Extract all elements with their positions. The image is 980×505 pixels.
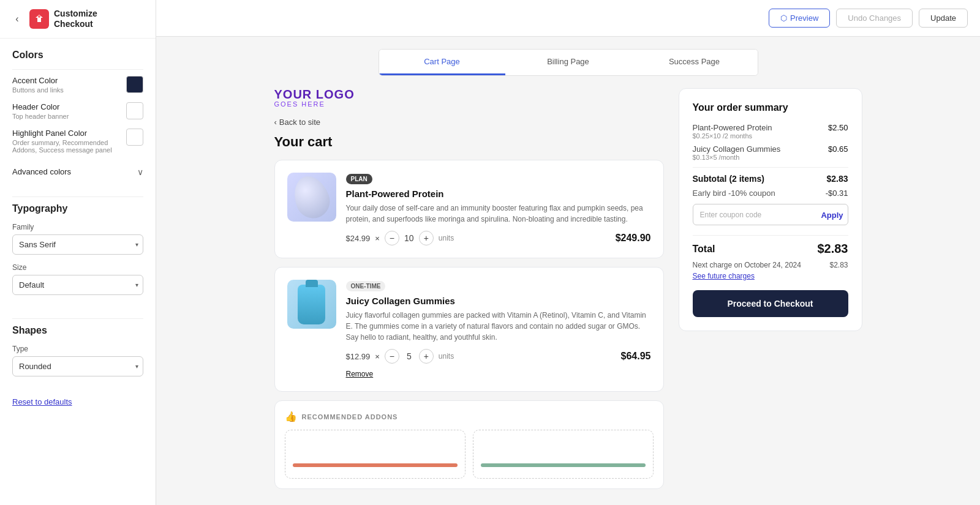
item1-quantity: 10 (403, 233, 415, 243)
item1-increase-btn[interactable]: + (419, 231, 434, 245)
item2-increase-btn[interactable]: + (419, 349, 434, 364)
thumbs-up-icon: 👍 (285, 411, 297, 422)
item1-unit-label: units (439, 234, 454, 242)
font-size-select[interactable]: DefaultSmallLarge (12, 275, 143, 295)
next-charge-row: Next charge on October 24, 2024 $2.83 (693, 261, 848, 269)
summary-item-1: Plant-Powered Protein $0.25×10 /2 months… (693, 123, 848, 140)
colors-title: Colors (12, 50, 143, 61)
sidebar-header: ‹ Customize Checkout (0, 0, 156, 39)
item2-badge: ONE-TIME (346, 281, 386, 291)
addon-item-2[interactable] (473, 430, 654, 479)
app-title: Customize Checkout (54, 9, 97, 29)
preview-button[interactable]: ⬡ Preview (769, 9, 830, 28)
back-to-site-link[interactable]: ‹ Back to site (274, 118, 664, 127)
addon1-color-bar (293, 463, 458, 467)
next-charge-amount: $2.83 (829, 261, 848, 269)
preview-area: Cart Page Billing Page Success Page YOUR… (156, 37, 980, 505)
svg-point-0 (38, 15, 40, 18)
shape-type-select[interactable]: RoundedSquarePill (12, 356, 143, 376)
summary-item1-sub: $0.25×10 /2 months (693, 132, 828, 140)
tab-success[interactable]: Success Page (631, 50, 758, 75)
accent-color-label-group: Accent Color Buttons and links (12, 76, 64, 94)
accent-color-swatch[interactable] (126, 76, 143, 93)
item2-name: Juicy Collagen Gummies (346, 296, 651, 306)
item1-decrease-btn[interactable]: − (385, 231, 399, 245)
summary-divider-2 (693, 235, 848, 236)
summary-item2-sub: $0.13×5 /month (693, 154, 828, 161)
accent-color-row: Accent Color Buttons and links (12, 76, 143, 94)
item1-image (287, 173, 336, 222)
addon-item-1[interactable] (285, 430, 466, 479)
summary-item2-amount: $0.65 (828, 144, 848, 154)
header-color-swatch[interactable] (126, 102, 143, 119)
undo-button[interactable]: Undo Changes (836, 9, 913, 28)
page-tabs: Cart Page Billing Page Success Page (379, 49, 758, 76)
advanced-colors-toggle[interactable]: Advanced colors ∨ (12, 162, 143, 182)
cart-item-1: PLAN Plant-Powered Protein Your daily do… (274, 160, 664, 258)
item1-badge: PLAN (346, 174, 372, 184)
divider (12, 318, 143, 319)
addon2-color-bar (481, 463, 646, 467)
checkout-main: YOUR LOGO GOES HERE ‹ Back to site Your … (274, 88, 664, 489)
item2-content: ONE-TIME Juicy Collagen Gummies Juicy fl… (346, 280, 651, 379)
bottle-visual (298, 285, 325, 324)
coupon-discount-row: Early bird -10% coupon -$0.31 (693, 189, 848, 198)
typography-section: Typography Family Sans SerifSerifMonospa… (0, 188, 156, 310)
summary-divider (693, 167, 848, 168)
type-select-wrapper: RoundedSquarePill ▾ (12, 356, 143, 376)
next-charge-label: Next charge on October 24, 2024 (693, 261, 801, 269)
back-button[interactable]: ‹ (10, 12, 24, 26)
cart-title: Your cart (274, 134, 664, 150)
highlight-color-row: Highlight Panel Color Order summary, Rec… (12, 129, 143, 154)
item2-unit-label: units (439, 352, 454, 361)
summary-item2-label: Juicy Collagen Gummies (693, 144, 828, 154)
item1-content: PLAN Plant-Powered Protein Your daily do… (346, 173, 651, 245)
apply-coupon-button[interactable]: Apply (821, 210, 843, 219)
sidebar: ‹ Customize Checkout Colors Accent Color… (0, 0, 156, 505)
typography-title: Typography (12, 203, 143, 214)
item2-decrease-btn[interactable]: − (385, 349, 399, 364)
type-label: Type (12, 345, 143, 353)
multiply-icon: × (375, 352, 380, 361)
app-logo-icon (29, 9, 49, 29)
coupon-label: Early bird -10% coupon (693, 189, 775, 198)
addons-label: RECOMMENDED ADDONS (302, 413, 398, 421)
item2-unit-price: $12.99 (346, 352, 371, 361)
divider (12, 69, 143, 70)
toolbar: ⬡ Preview Undo Changes Update (156, 0, 980, 37)
colors-section: Colors Accent Color Buttons and links He… (0, 39, 156, 188)
update-button[interactable]: Update (919, 9, 968, 28)
shapes-title: Shapes (12, 325, 143, 336)
item1-description: Your daily dose of self-care and an immu… (346, 203, 651, 225)
checkout-container: YOUR LOGO GOES HERE ‹ Back to site Your … (274, 88, 862, 489)
proceed-to-checkout-button[interactable]: Proceed to Checkout (693, 290, 848, 317)
see-future-charges-link[interactable]: See future charges (693, 272, 848, 280)
item2-description: Juicy flavorful collagen gummies are pac… (346, 310, 651, 343)
total-label: Total (693, 244, 715, 255)
subtotal-label: Subtotal (2 items) (693, 174, 764, 184)
summary-item1-amount: $2.50 (828, 123, 848, 132)
order-summary: Your order summary Plant-Powered Protein… (679, 88, 862, 331)
highlight-color-swatch[interactable] (126, 129, 143, 146)
shapes-section: Shapes Type RoundedSquarePill ▾ (0, 310, 156, 391)
item2-qty-controls: − 5 + (385, 349, 434, 364)
addons-grid (285, 430, 654, 479)
tab-cart[interactable]: Cart Page (379, 50, 505, 75)
tab-billing[interactable]: Billing Page (505, 50, 631, 75)
font-family-select[interactable]: Sans SerifSerifMonospace (12, 234, 143, 255)
highlight-color-label-group: Highlight Panel Color Order summary, Rec… (12, 129, 126, 154)
summary-item-2: Juicy Collagen Gummies $0.13×5 /month $0… (693, 144, 848, 161)
addons-section: 👍 RECOMMENDED ADDONS (274, 400, 664, 489)
coupon-placeholder-label: Enter coupon code (700, 211, 762, 219)
family-label: Family (12, 223, 143, 231)
reset-defaults-link[interactable]: Reset to defaults (12, 397, 143, 406)
total-amount: $2.83 (817, 242, 848, 256)
header-color-label-group: Header Color Top header banner (12, 102, 69, 120)
item2-remove-link[interactable]: Remove (346, 370, 374, 378)
chevron-left-icon: ‹ (274, 118, 277, 127)
total-row: Total $2.83 (693, 242, 848, 256)
size-select-wrapper: DefaultSmallLarge ▾ (12, 275, 143, 295)
summary-title: Your order summary (693, 102, 848, 113)
item1-qty-controls: − 10 + (385, 231, 434, 245)
checkout-logo: YOUR LOGO GOES HERE (274, 88, 664, 108)
